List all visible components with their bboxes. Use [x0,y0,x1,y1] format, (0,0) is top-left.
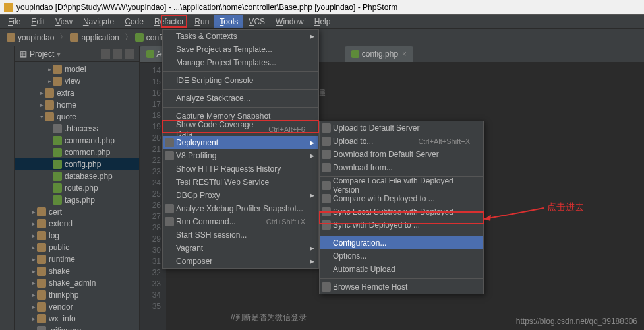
tree-item-thinkphp[interactable]: ▸thinkphp [15,289,139,301]
tree-item-cert[interactable]: ▸cert [15,206,139,218]
php-file-icon [146,50,154,58]
tree-item-shake_admin[interactable]: ▸shake_admin [15,277,139,289]
menu-item[interactable]: Automatic Upload [320,263,483,276]
tree-item-model[interactable]: ▸model [15,63,139,75]
menu-refactor[interactable]: Refactor [149,15,189,28]
menu-item[interactable]: V8 Profiling▶ [163,149,318,162]
menu-tools[interactable]: Tools [214,15,243,28]
menu-view[interactable]: View [50,15,78,28]
menu-edit[interactable]: Edit [26,15,50,28]
menu-vcs[interactable]: VCS [243,15,270,28]
deployment-submenu[interactable]: Upload to Default ServerUpload to...Ctrl… [319,121,484,294]
collapse-icon[interactable] [101,50,110,59]
annotation-text: 点击进去 [547,201,584,213]
hide-icon[interactable] [125,50,134,59]
tree-item-quote[interactable]: ▾quote [15,111,139,123]
menu-item[interactable]: Start SSH session... [163,228,318,242]
menu-item[interactable]: Run Command...Ctrl+Shift+X [163,215,318,228]
php-file-icon [135,33,144,42]
menu-item[interactable]: Analyze Stacktrace... [163,92,318,105]
editor-tab[interactable]: config.php× [345,46,413,62]
tools-menu-dropdown[interactable]: Tasks & Contexts▶Save Project as Templat… [162,29,319,269]
breadcrumb-sep: 〉 [59,32,67,43]
breadcrumb-item[interactable]: youpindao [7,33,54,42]
close-icon[interactable]: × [402,50,407,59]
tree-item-public[interactable]: ▸public [15,242,139,253]
menu-item[interactable]: Compare with Deployed to ... [320,192,483,205]
tree-item-extend[interactable]: ▸extend [15,218,139,230]
menu-item[interactable]: Deployment▶ [163,136,318,149]
tree-item-home[interactable]: ▸home [15,99,139,111]
menu-item[interactable]: Tasks & Contexts▶ [163,30,318,43]
annotation-arrow [481,205,547,224]
menu-run[interactable]: Run [189,15,214,28]
menu-item[interactable]: Download from Default Server [320,148,483,161]
menu-item[interactable]: Show Code Coverage DataCtrl+Alt+F6 [163,123,318,136]
tree-item-extra[interactable]: ▸extra [15,87,139,99]
menu-navigate[interactable]: Navigate [78,15,119,28]
tree-item-wx_info[interactable]: ▸wx_info [15,313,139,325]
folder-icon [7,33,15,42]
window-title: youpindao [D:\phpStudy\WWW\youpindao] - … [16,3,397,12]
menu-item[interactable]: Composer▶ [163,255,318,268]
sidebar-title: Project [30,50,54,59]
menu-item[interactable]: Vagrant▶ [163,242,318,255]
menu-item[interactable]: Browse Remote Host [320,280,483,294]
tree-item-view[interactable]: ▸view [15,75,139,87]
tree-item-database-php[interactable]: database.php [15,170,139,182]
menu-item[interactable]: Options... [320,249,483,263]
menu-item[interactable]: Test RESTful Web Service [163,176,318,189]
tree-item-vendor[interactable]: ▸vendor [15,301,139,313]
menu-item[interactable]: Upload to Default Server [320,121,483,135]
menubar: FileEditViewNavigateCodeRefactorRunTools… [0,15,644,29]
watermark: https://blog.csdn.net/qq_39188306 [516,317,637,326]
menu-item[interactable]: Show HTTP Requests History [163,162,318,176]
menu-window[interactable]: Window [270,15,309,28]
menu-item[interactable]: DBGp Proxy▶ [163,189,318,202]
php-file-icon [351,50,359,58]
project-tree[interactable]: ▸model▸view▸extra▸home▾quote.htaccesscom… [15,62,139,330]
app-icon [4,3,13,12]
tree-item-route-php[interactable]: route.php [15,182,139,194]
svg-line-0 [484,208,544,219]
sidebar-header: ▦ Project ▾ [15,46,139,62]
menu-code[interactable]: Code [119,15,149,28]
menu-item[interactable]: Configuration... [320,236,483,249]
breadcrumb-sep: 〉 [125,32,132,43]
tree-item-log[interactable]: ▸log [15,230,139,242]
tree-item-command-php[interactable]: command.php [15,135,139,147]
tree-item-runtime[interactable]: ▸runtime [15,253,139,265]
project-sidebar: ▦ Project ▾ ▸model▸view▸extra▸home▾quote… [15,46,140,330]
menu-item[interactable]: Sync with Deployed to ... [320,218,483,232]
menu-item[interactable]: IDE Scripting Console [163,74,318,87]
menu-item[interactable]: Save Project as Template... [163,43,318,56]
menu-item[interactable]: Sync Local Subtree with Deployed [320,205,483,218]
menu-item[interactable]: Manage Project Templates... [163,56,318,69]
tree-item-tags-php[interactable]: tags.php [15,194,139,206]
tree-item-shake[interactable]: ▸shake [15,265,139,277]
breadcrumb-item[interactable]: application [70,33,119,42]
folder-icon [70,33,78,42]
tree-item--htaccess[interactable]: .htaccess [15,123,139,135]
menu-item[interactable]: Upload to...Ctrl+Alt+Shift+X [320,135,483,148]
menu-item[interactable]: Analyze Xdebug Profiler Snapshot... [163,202,318,215]
menu-item[interactable]: Compare Local File with Deployed Version [320,179,483,192]
breadcrumb-bar: youpindao 〉 application 〉 config.php [0,29,644,46]
gear-icon[interactable] [113,50,122,59]
code-comment: //定义常量 [290,88,639,99]
tree-item--gitignore[interactable]: .gitignore [15,325,139,330]
menu-item[interactable]: Download from... [320,161,483,174]
svg-marker-1 [484,214,491,221]
menu-help[interactable]: Help [309,15,336,28]
menu-file[interactable]: File [3,15,26,28]
tree-item-common-php[interactable]: common.php [15,147,139,158]
tree-item-config-php[interactable]: config.php [15,158,139,170]
tool-window-bar[interactable] [0,46,15,330]
titlebar: youpindao [D:\phpStudy\WWW\youpindao] - … [0,0,644,15]
